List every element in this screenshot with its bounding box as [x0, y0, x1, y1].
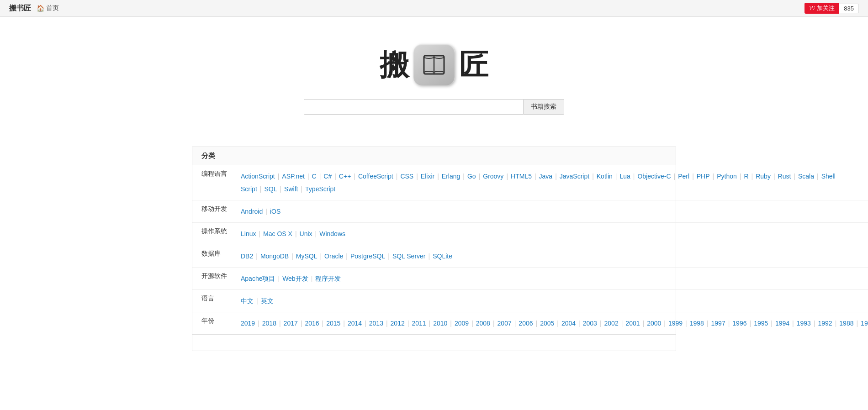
category-link[interactable]: 2009 — [455, 320, 469, 327]
separator: | — [322, 320, 324, 327]
category-link[interactable]: 1996 — [732, 320, 746, 327]
category-link[interactable]: TypeScript — [305, 185, 335, 193]
category-link[interactable]: Kotlin — [597, 173, 613, 180]
category-link[interactable]: PHP — [697, 173, 710, 180]
search-button[interactable]: 书籍搜索 — [523, 99, 564, 115]
category-link[interactable]: Lua — [619, 173, 630, 180]
category-link[interactable]: SQL — [264, 185, 277, 193]
category-link[interactable]: Go — [467, 173, 476, 180]
category-link[interactable]: 2012 — [391, 320, 405, 327]
category-link[interactable]: 1997 — [711, 320, 725, 327]
weibo-follow-button[interactable]: 𝓦 加关注 — [804, 3, 839, 14]
category-link[interactable]: Scala — [798, 173, 814, 180]
category-link[interactable]: 1998 — [690, 320, 704, 327]
separator: | — [600, 320, 602, 327]
category-link[interactable]: 2002 — [604, 320, 619, 327]
separator: | — [256, 252, 258, 260]
category-link[interactable]: CSS — [400, 173, 413, 180]
category-link[interactable]: Java — [539, 173, 553, 180]
category-row: 年份2019|2018|2017|2016|2015|2014|2013|201… — [192, 312, 868, 335]
category-links-6: 2019|2018|2017|2016|2015|2014|2013|2012|… — [236, 312, 868, 335]
category-link[interactable]: Groovy — [483, 173, 503, 180]
category-link[interactable]: ActionScript — [241, 173, 275, 180]
separator: | — [311, 275, 313, 282]
category-link[interactable]: Elixir — [421, 173, 434, 180]
category-link[interactable]: 1987 — [861, 320, 868, 327]
separator: | — [388, 252, 390, 260]
category-link[interactable]: 1995 — [754, 320, 768, 327]
home-link[interactable]: 🏠 首页 — [37, 4, 59, 12]
category-link[interactable]: CoffeeScript — [358, 173, 393, 180]
separator: | — [386, 320, 388, 327]
category-link[interactable]: 2003 — [583, 320, 597, 327]
category-link[interactable]: Oracle — [324, 252, 343, 260]
category-link[interactable]: 2014 — [348, 320, 362, 327]
category-link[interactable]: Android — [241, 208, 263, 215]
category-link[interactable]: 2011 — [412, 320, 426, 327]
category-link[interactable]: 2019 — [241, 320, 255, 327]
category-link[interactable]: PostgreSQL — [350, 252, 385, 260]
category-link[interactable]: 2010 — [433, 320, 447, 327]
category-link[interactable]: JavaScript — [560, 173, 589, 180]
category-link[interactable]: Erlang — [442, 173, 460, 180]
category-link[interactable]: MongoDB — [260, 252, 289, 260]
category-link[interactable]: Linux — [241, 230, 256, 237]
category-link[interactable]: C# — [323, 173, 332, 180]
separator: | — [555, 173, 557, 180]
category-link[interactable]: Apache项目 — [241, 275, 275, 282]
category-link[interactable]: 2015 — [326, 320, 340, 327]
category-link[interactable]: R — [744, 173, 748, 180]
category-link[interactable]: Python — [717, 173, 737, 180]
category-link[interactable]: 1993 — [797, 320, 811, 327]
category-link[interactable]: MySQL — [296, 252, 318, 260]
category-label-6: 年份 — [192, 312, 236, 335]
category-link[interactable]: iOS — [270, 208, 281, 215]
separator: | — [256, 297, 258, 305]
category-link[interactable]: HTML5 — [511, 173, 532, 180]
separator: | — [479, 173, 481, 180]
category-link[interactable]: 2017 — [284, 320, 298, 327]
category-row: 移动开发Android|iOS — [192, 200, 868, 223]
category-link[interactable]: 1988 — [839, 320, 853, 327]
category-link[interactable]: 2000 — [647, 320, 661, 327]
category-link[interactable]: 2013 — [369, 320, 383, 327]
category-link[interactable]: 2018 — [262, 320, 276, 327]
category-link[interactable]: Perl — [678, 173, 689, 180]
category-link[interactable]: Swift — [284, 185, 298, 193]
category-link[interactable]: Objective-C — [637, 173, 671, 180]
category-link[interactable]: SQLite — [433, 252, 452, 260]
category-link[interactable]: 2001 — [625, 320, 640, 327]
category-link[interactable]: 1999 — [668, 320, 683, 327]
separator: | — [346, 252, 348, 260]
category-link[interactable]: Windows — [319, 230, 345, 237]
category-link[interactable]: C — [312, 173, 317, 180]
category-link[interactable]: 2007 — [498, 320, 512, 327]
category-link[interactable]: Mac OS X — [263, 230, 292, 237]
separator: | — [301, 320, 302, 327]
category-link[interactable]: Unix — [300, 230, 312, 237]
category-link[interactable]: 2016 — [305, 320, 319, 327]
search-input[interactable] — [304, 99, 523, 115]
category-link[interactable]: 1994 — [775, 320, 789, 327]
category-link[interactable]: 2006 — [519, 320, 533, 327]
separator: | — [278, 275, 280, 282]
category-link[interactable]: SQL Server — [392, 252, 426, 260]
category-link[interactable]: ASP.net — [282, 173, 305, 180]
category-link[interactable]: 2008 — [476, 320, 490, 327]
weibo-follow: 𝓦 加关注 835 — [804, 3, 859, 14]
category-link[interactable]: DB2 — [241, 252, 253, 260]
category-link[interactable]: 1992 — [818, 320, 832, 327]
category-link[interactable]: 程序开发 — [315, 275, 341, 282]
category-link[interactable]: Ruby — [756, 173, 771, 180]
separator: | — [692, 173, 694, 180]
separator: | — [633, 173, 635, 180]
separator: | — [674, 173, 676, 180]
category-link[interactable]: Web开发 — [282, 275, 308, 282]
category-link[interactable]: 英文 — [261, 297, 274, 305]
category-link[interactable]: Rust — [778, 173, 791, 180]
category-link[interactable]: C++ — [339, 173, 351, 180]
category-link[interactable]: 2005 — [540, 320, 554, 327]
category-link[interactable]: 中文 — [241, 297, 254, 305]
category-links-1: Android|iOS — [236, 200, 868, 223]
category-link[interactable]: 2004 — [561, 320, 576, 327]
